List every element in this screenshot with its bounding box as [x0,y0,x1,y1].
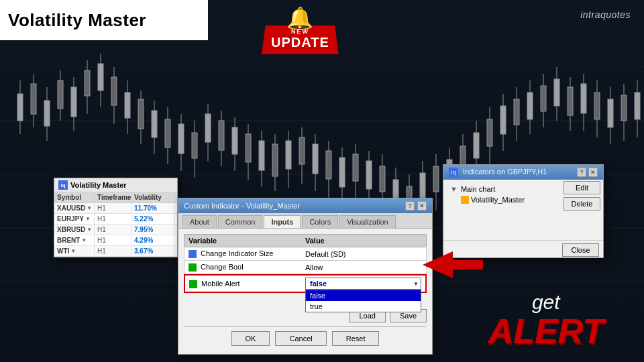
ci-row-1-var: Change Indicator Size [189,249,305,258]
ci-row-2-var: Change Bool [189,263,305,272]
tab-colors[interactable]: Colors [302,215,338,228]
row-2-icon [189,263,197,272]
ind-minimize-btn[interactable]: ? [577,168,586,177]
option-true[interactable]: true [306,301,421,312]
ind-body: ▼ Main chart Volatility_Master Edit Dele… [443,180,603,240]
vm-table-body: XAUUSD▼ H1 11.70% EURJPY▼ H1 5.22% XBRUS… [54,203,177,257]
ci-grid-header: Variable Value [184,234,427,247]
col-timeframe: Timeframe [95,192,131,202]
vm-table-header: Symbol Timeframe Volatility [54,192,177,203]
svg-rect-11 [44,101,50,126]
ci-reset-btn[interactable]: Reset [332,331,380,346]
ci-cancel-btn[interactable]: Cancel [275,331,326,346]
row-vol: 4.29% [131,235,175,245]
vm-table-window: iq Volatility Master Symbol Timeframe Vo… [54,178,178,257]
row-symbol: EURJPY▼ [54,214,95,224]
ci-row-3-val: false ▼ false true [305,278,421,290]
svg-rect-87 [554,79,559,106]
tab-inputs[interactable]: Inputs [264,215,301,228]
row-tf: H1 [95,225,131,235]
ci-dialog: Custom Indicator - Volatility_Master ? ✕… [178,198,433,355]
ci-row-1-val: Default (SD) [305,250,422,258]
ind-delete-btn[interactable]: Delete [564,197,600,210]
table-row: EURJPY▼ H1 5.22% [54,214,177,225]
ci-help-btn[interactable]: ? [405,201,415,210]
svg-rect-21 [111,77,117,105]
app-title: Volatility Master [8,10,146,31]
svg-rect-25 [138,99,144,129]
red-arrow-icon [423,248,483,282]
svg-rect-35 [205,114,211,142]
get-text: get [488,291,604,314]
table-row: BRENT▼ H1 4.29% [54,235,177,246]
dropdown-container[interactable]: false ▼ [305,278,421,290]
ci-body: Variable Value Change Indicator Size Def… [178,229,432,354]
svg-rect-9 [31,84,36,114]
svg-rect-89 [568,87,573,115]
ind-main-chart-label: Main chart [461,185,495,193]
svg-rect-61 [380,166,385,192]
row-tf: H1 [95,246,131,256]
ind-child-label: Volatility_Master [471,196,525,204]
svg-rect-31 [178,124,184,154]
row-vol: 11.70% [131,203,175,213]
ci-row-2: Change Bool Allow [184,261,427,274]
ci-close-btn-top[interactable]: ✕ [417,201,427,210]
table-row: XAUUSD▼ H1 11.70% [54,203,177,214]
ci-titlebar: Custom Indicator - Volatility_Master ? ✕ [178,198,432,213]
ind-action-buttons: Edit Delete [564,181,600,210]
row-tf: H1 [95,203,131,213]
svg-rect-99 [635,93,640,119]
svg-rect-91 [581,84,586,113]
ci-row-3-var: Mobile Alert [189,280,305,288]
ind-edit-btn[interactable]: Edit [564,181,600,194]
row-symbol: XAUUSD▼ [54,203,95,213]
ci-ok-btn[interactable]: OK [231,331,270,346]
dropdown-selected-value[interactable]: false [305,278,421,290]
tab-about[interactable]: About [182,215,217,228]
tab-visualization[interactable]: Visualization [339,215,396,228]
ind-close-btn-top[interactable]: ✕ [588,168,598,177]
ci-row-2-val: Allow [305,263,422,272]
svg-rect-57 [353,154,358,181]
row-symbol: BRENT▼ [54,235,95,245]
svg-rect-77 [487,119,492,146]
svg-rect-19 [98,64,103,90]
svg-rect-29 [165,119,170,147]
row-vol: 3.67% [131,246,175,256]
col-value: Value [305,237,422,245]
svg-rect-33 [192,133,197,158]
col-symbol: Symbol [54,192,95,202]
svg-rect-37 [219,121,224,150]
row-symbol: XBRUSD▼ [54,225,95,235]
svg-rect-49 [299,137,305,164]
brand-label: intraquotes [580,9,631,20]
svg-rect-27 [152,111,157,137]
tab-common[interactable]: Common [218,215,263,228]
row-symbol: WTI▼ [54,246,95,256]
table-row: WTI▼ H1 3.67% [54,246,177,257]
svg-rect-69 [433,166,439,192]
svg-rect-43 [259,141,264,170]
option-false[interactable]: false [306,290,421,301]
svg-rect-79 [500,106,506,134]
svg-rect-53 [326,151,331,179]
ci-action-row: OK Cancel Reset [184,328,427,349]
ind-titlebar: iq Indicators on GBPJPY,H1 ? ✕ [443,165,603,180]
svg-rect-55 [339,158,345,187]
svg-rect-39 [232,127,237,154]
svg-rect-93 [594,93,600,119]
svg-rect-81 [514,99,519,125]
svg-rect-41 [246,134,251,162]
vm-table-titlebar: iq Volatility Master [54,178,177,192]
alert-text: ALERT [488,314,604,349]
svg-rect-47 [286,141,291,169]
header-bar: Volatility Master [0,0,208,40]
col-variable: Variable [189,237,305,245]
vm-table-title: Volatility Master [70,181,127,189]
indicators-dialog: iq Indicators on GBPJPY,H1 ? ✕ ▼ Main ch… [443,164,604,258]
row-tf: H1 [95,214,131,224]
svg-rect-7 [17,94,23,121]
ind-close-button[interactable]: Close [562,243,599,257]
svg-rect-45 [272,144,278,176]
